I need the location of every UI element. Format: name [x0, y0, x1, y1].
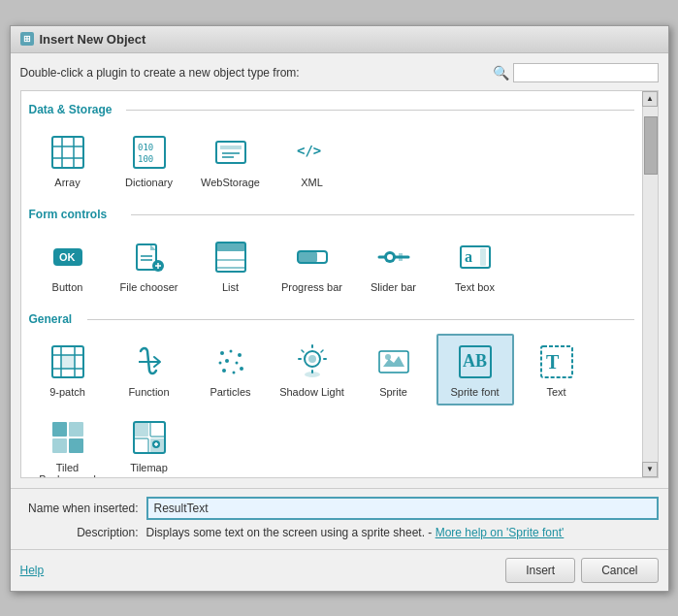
sprite-font-icon: AB [455, 341, 496, 382]
svg-point-59 [305, 372, 320, 377]
scroll-track [643, 107, 658, 462]
svg-rect-24 [216, 243, 245, 251]
help-link[interactable]: Help [20, 564, 45, 577]
plugin-area: Data & Storage Array [21, 91, 642, 477]
xml-icon: </> [292, 132, 333, 173]
file-chooser-label: File chooser [120, 281, 178, 293]
progress-bar-icon [292, 237, 333, 277]
plugin-xml[interactable]: </> XML [274, 124, 351, 196]
webstorage-icon [210, 132, 251, 173]
shadow-light-label: Shadow Light [279, 386, 344, 398]
plugin-9-patch[interactable]: 9-patch [29, 334, 107, 405]
svg-text:010: 010 [138, 143, 153, 152]
plugin-function[interactable]: Function [111, 334, 188, 405]
scroll-thumb[interactable] [644, 116, 658, 175]
title-bar: ⊞ Insert New Object [11, 26, 668, 53]
svg-rect-72 [150, 422, 165, 437]
plugin-tilemap[interactable]: Tilemap [111, 409, 188, 477]
tiled-background-icon [48, 417, 88, 458]
file-chooser-icon [129, 237, 170, 277]
plugin-tiled-background[interactable]: Tiled Background [29, 409, 107, 477]
cancel-button[interactable]: Cancel [581, 558, 658, 583]
section-form-controls: Form controls [29, 208, 634, 221]
plugin-sprite-font[interactable]: AB Sprite font [436, 334, 514, 405]
btn-group: Insert Cancel [505, 558, 658, 583]
plugin-button[interactable]: OK Button [29, 229, 107, 301]
button-icon: OK [48, 237, 88, 277]
tilemap-label: Tilemap [130, 462, 168, 473]
plugin-grid-data: Array 010 100 Dictionary [29, 124, 634, 196]
description-link[interactable]: More help on 'Sprite font' [436, 526, 565, 539]
section-general: General [29, 312, 634, 326]
scroll-up-button[interactable]: ▲ [642, 91, 658, 107]
svg-point-47 [235, 361, 238, 364]
top-bar: Double-click a plugin to create a new ob… [20, 63, 659, 82]
particles-label: Particles [210, 386, 250, 398]
plugin-text-box[interactable]: a Text box [436, 229, 514, 301]
svg-point-61 [385, 354, 391, 360]
plugin-text[interactable]: T Text [518, 334, 596, 405]
button-label: Button [52, 281, 83, 293]
svg-text:T: T [546, 351, 560, 373]
plugin-sprite[interactable]: Sprite [355, 334, 433, 405]
svg-point-49 [232, 371, 235, 373]
array-icon [48, 132, 88, 173]
name-field-input[interactable] [146, 497, 659, 520]
webstorage-label: WebStorage [201, 177, 260, 188]
slider-bar-icon [373, 237, 414, 277]
svg-point-52 [308, 355, 316, 363]
svg-point-45 [218, 361, 221, 364]
plugin-grid-form: OK Button [29, 229, 634, 301]
svg-line-58 [321, 350, 323, 352]
svg-rect-66 [52, 422, 67, 437]
particles-icon [210, 341, 251, 382]
text-box-label: Text box [455, 281, 495, 293]
svg-rect-67 [69, 422, 83, 437]
plugin-webstorage[interactable]: WebStorage [192, 124, 270, 196]
xml-label: XML [301, 177, 323, 188]
tiled-background-label: Tiled Background [35, 462, 101, 477]
plugin-progress-bar[interactable]: Progress bar [274, 229, 351, 301]
svg-rect-35 [480, 248, 486, 266]
scroll-down-button[interactable]: ▼ [642, 462, 658, 477]
description-field-label: Description: [20, 526, 146, 539]
scrollbar: ▲ ▼ [642, 91, 658, 477]
section-data-storage: Data & Storage [29, 103, 634, 116]
dictionary-label: Dictionary [125, 177, 173, 188]
search-icon: 🔍 [493, 65, 509, 81]
shadow-light-icon [292, 341, 333, 382]
svg-text:</>: </> [297, 143, 321, 158]
plugin-array[interactable]: Array [29, 124, 107, 196]
svg-rect-68 [52, 438, 67, 453]
sprite-icon [373, 341, 414, 382]
plugin-file-chooser[interactable]: File chooser [111, 229, 188, 301]
plugin-shadow-light[interactable]: Shadow Light [274, 334, 351, 405]
svg-rect-0 [52, 137, 83, 168]
description-text: Displays some text on the screen using a… [146, 526, 659, 539]
svg-rect-69 [69, 438, 83, 453]
plugin-list[interactable]: List [192, 229, 270, 301]
title-icon: ⊞ [20, 32, 34, 46]
plugin-slider-bar[interactable]: Slider bar [355, 229, 433, 301]
text-box-icon: a [455, 237, 496, 277]
svg-rect-32 [399, 253, 403, 261]
search-input[interactable] [513, 63, 659, 82]
top-bar-label: Double-click a plugin to create a new ob… [20, 66, 300, 80]
sprite-font-label: Sprite font [450, 386, 499, 398]
svg-rect-41 [61, 355, 75, 369]
dialog: ⊞ Insert New Object Double-click a plugi… [10, 25, 669, 592]
plugin-grid-general: 9-patch Function [29, 334, 634, 477]
svg-line-57 [302, 350, 304, 352]
slider-bar-label: Slider bar [371, 281, 416, 293]
svg-point-46 [225, 359, 229, 363]
text-label: Text [546, 386, 565, 398]
name-field-label: Name when inserted: [20, 502, 146, 515]
insert-button[interactable]: Insert [505, 558, 575, 583]
plugin-dictionary[interactable]: 010 100 Dictionary [111, 124, 188, 196]
svg-point-44 [238, 353, 242, 357]
bottom-section: Name when inserted: Description: Display… [11, 488, 668, 549]
dialog-title: Insert New Object [40, 32, 146, 47]
svg-point-48 [222, 369, 226, 373]
plugin-particles[interactable]: Particles [192, 334, 270, 405]
svg-point-43 [229, 349, 232, 352]
